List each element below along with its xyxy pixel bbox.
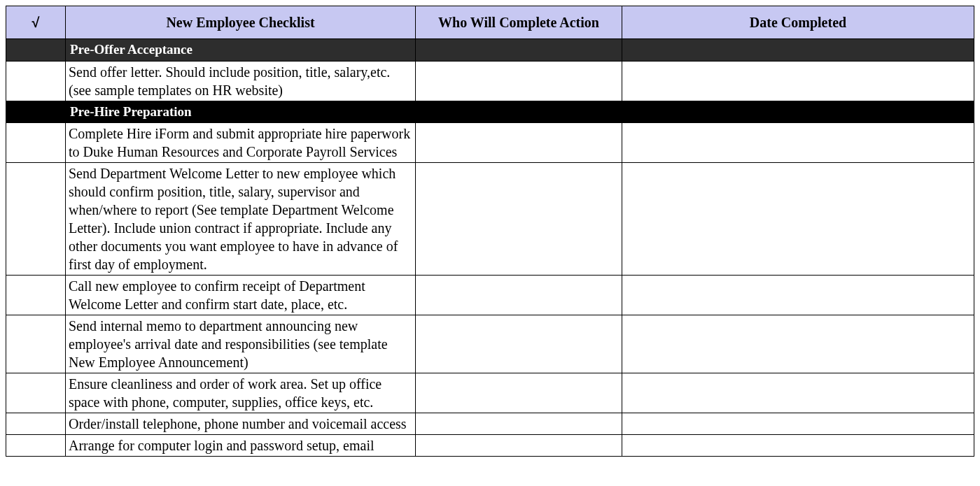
table-row: Send internal memo to department announc… — [6, 315, 974, 373]
table-row: Send Department Welcome Letter to new em… — [6, 163, 974, 276]
task-cell: Ensure cleanliness and order of work are… — [66, 373, 416, 413]
date-cell[interactable] — [622, 123, 974, 163]
check-cell[interactable] — [6, 315, 66, 373]
task-cell: Order/install telephone, phone number an… — [66, 413, 416, 435]
date-cell[interactable] — [622, 435, 974, 457]
date-cell[interactable] — [622, 315, 974, 373]
date-cell[interactable] — [622, 276, 974, 315]
check-cell[interactable] — [6, 61, 66, 101]
who-cell[interactable] — [416, 123, 622, 163]
section-row-pre-offer: Pre-Offer Acceptance — [6, 39, 974, 62]
table-row: Complete Hire iForm and submit appropria… — [6, 123, 974, 163]
date-cell[interactable] — [622, 373, 974, 413]
who-cell[interactable] — [416, 373, 622, 413]
section-blank-cell — [416, 39, 622, 62]
table-row: Arrange for computer login and password … — [6, 435, 974, 457]
section-title-pre-offer: Pre-Offer Acceptance — [66, 39, 416, 62]
task-cell: Complete Hire iForm and submit appropria… — [66, 123, 416, 163]
task-cell: Send offer letter. Should include positi… — [66, 61, 416, 101]
who-cell[interactable] — [416, 413, 622, 435]
check-cell[interactable] — [6, 373, 66, 413]
check-cell[interactable] — [6, 413, 66, 435]
header-who: Who Will Complete Action — [416, 6, 622, 39]
section-blank-cell — [6, 39, 66, 62]
section-blank-cell — [6, 101, 66, 123]
section-blank-cell — [622, 39, 974, 62]
check-cell[interactable] — [6, 123, 66, 163]
check-cell[interactable] — [6, 276, 66, 315]
task-cell: Arrange for computer login and password … — [66, 435, 416, 457]
task-cell: Send internal memo to department announc… — [66, 315, 416, 373]
table-row: Call new employee to confirm receipt of … — [6, 276, 974, 315]
header-checkmark: √ — [6, 6, 66, 39]
header-task: New Employee Checklist — [66, 6, 416, 39]
check-cell[interactable] — [6, 163, 66, 276]
who-cell[interactable] — [416, 276, 622, 315]
section-title-pre-hire: Pre-Hire Preparation — [66, 101, 974, 123]
who-cell[interactable] — [416, 435, 622, 457]
date-cell[interactable] — [622, 413, 974, 435]
section-row-pre-hire: Pre-Hire Preparation — [6, 101, 974, 123]
who-cell[interactable] — [416, 61, 622, 101]
table-row: Send offer letter. Should include positi… — [6, 61, 974, 101]
task-cell: Call new employee to confirm receipt of … — [66, 276, 416, 315]
who-cell[interactable] — [416, 163, 622, 276]
table-row: Ensure cleanliness and order of work are… — [6, 373, 974, 413]
employee-checklist-table: √ New Employee Checklist Who Will Comple… — [6, 6, 974, 457]
date-cell[interactable] — [622, 61, 974, 101]
task-cell: Send Department Welcome Letter to new em… — [66, 163, 416, 276]
check-cell[interactable] — [6, 435, 66, 457]
table-row: Order/install telephone, phone number an… — [6, 413, 974, 435]
date-cell[interactable] — [622, 163, 974, 276]
table-header-row: √ New Employee Checklist Who Will Comple… — [6, 6, 974, 39]
who-cell[interactable] — [416, 315, 622, 373]
header-date: Date Completed — [622, 6, 974, 39]
